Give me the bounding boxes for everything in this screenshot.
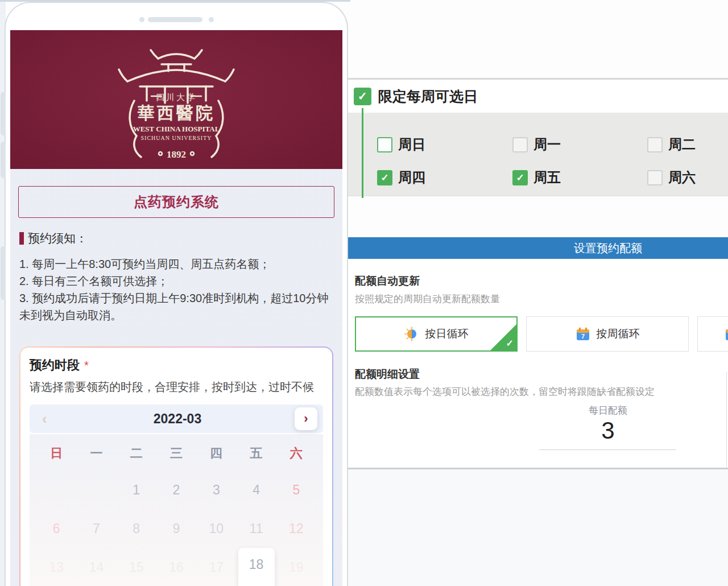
phone-mockup-frame: 四川大学 華西醫院 WEST CHINA HOSPITAL SICHUAN UN… bbox=[5, 2, 348, 586]
notice-section: 预约须知： 1. 每周一上午8:30可预约当周四、周五点药名额； 2. 每日有三… bbox=[19, 230, 333, 324]
calendar-weekday-row: 日 一 二 三 四 五 六 bbox=[36, 436, 316, 471]
phone-side-button bbox=[1, 92, 6, 135]
weekday-limit-title: 限定每周可选日 bbox=[378, 87, 478, 106]
weekday-limit-checkbox[interactable]: ✓ bbox=[354, 88, 371, 105]
cycle-options-row: 按日循环 ✓ 7 按周循环 bbox=[355, 316, 728, 352]
weekday-label: 一 bbox=[76, 436, 116, 471]
phone-camera-dot bbox=[209, 17, 214, 22]
logo-hospital-name: 華西醫院 bbox=[137, 104, 215, 122]
weekday-options-area: 周日 周一 周二 ✓ 周四 ✓ 周五 周六 bbox=[346, 113, 728, 196]
page-bottom-background bbox=[345, 469, 728, 586]
weekday-label: 五 bbox=[236, 436, 276, 471]
date-cell[interactable]: 13 bbox=[36, 548, 76, 586]
cycle-option-label: 按日循环 bbox=[425, 327, 469, 341]
auto-update-hint: 按照规定的周期自动更新配额数量 bbox=[355, 292, 500, 306]
date-cell[interactable]: 6 bbox=[36, 509, 76, 548]
next-month-button[interactable]: › bbox=[295, 407, 317, 430]
field-description: 请选择需要领药的时段，合理安排，按时到达，过时不候 bbox=[30, 378, 323, 395]
calendar-header: ‹ 2022-03 › bbox=[30, 405, 323, 433]
required-asterisk: * bbox=[84, 359, 89, 372]
weekday-limit-header: ✓ 限定每周可选日 bbox=[346, 80, 728, 113]
date-cell[interactable]: 17 bbox=[196, 548, 236, 586]
check-icon: ✓ bbox=[516, 172, 524, 184]
weekday-option-label: 周五 bbox=[533, 168, 561, 187]
weekday-limit-panel: ✓ 限定每周可选日 周日 周一 周二 ✓ 周四 ✓ 周五 周六 bbox=[346, 78, 728, 196]
cycle-option-daily[interactable]: 按日循环 ✓ bbox=[355, 316, 518, 352]
date-cell[interactable]: 1 bbox=[117, 471, 156, 509]
date-cell bbox=[36, 471, 76, 509]
logo-university-small: 四川大学 bbox=[156, 93, 197, 102]
phone-side-button bbox=[1, 142, 6, 178]
date-cell[interactable]: 5 bbox=[276, 471, 316, 509]
check-icon: ✓ bbox=[380, 172, 388, 184]
checkbox-unchecked[interactable] bbox=[377, 137, 392, 152]
calendar-badge-number: 7 bbox=[581, 333, 584, 340]
check-icon: ✓ bbox=[506, 338, 514, 349]
selected-date-card[interactable]: 18 bbox=[238, 548, 275, 586]
weekday-option-label: 周四 bbox=[398, 168, 425, 187]
weekday-option-label: 周二 bbox=[668, 135, 696, 154]
chevron-left-icon: ‹ bbox=[42, 410, 47, 427]
system-title-button[interactable]: 点药预约系统 bbox=[18, 186, 334, 218]
date-cell[interactable]: 3 bbox=[196, 471, 236, 509]
weekday-label: 四 bbox=[196, 436, 236, 471]
checkbox-unchecked[interactable] bbox=[647, 137, 663, 152]
weekday-label: 二 bbox=[117, 436, 156, 471]
phone-camera-dot bbox=[139, 17, 144, 22]
weekday-option-label: 周日 bbox=[398, 135, 425, 154]
weekday-option-sunday[interactable]: 周日 bbox=[377, 137, 425, 152]
quota-detail-hint: 配额数值表示每个选项可以被选择的次数，留空时将跟随缺省配额设定 bbox=[355, 385, 655, 398]
weekday-label: 三 bbox=[156, 436, 196, 471]
tree-connector-line bbox=[362, 108, 363, 198]
date-cell[interactable]: 10 bbox=[196, 509, 236, 548]
time-field-card: 预约时段 * 请选择需要领药的时段，合理安排，按时到达，过时不候 ‹ 2022-… bbox=[19, 346, 333, 586]
phone-screen: 四川大学 華西醫院 WEST CHINA HOSPITAL SICHUAN UN… bbox=[10, 30, 342, 586]
weekday-option-saturday[interactable]: 周六 bbox=[647, 170, 696, 185]
logo-english-line2: SICHUAN UNIVERSITY bbox=[141, 135, 212, 141]
hospital-banner: 四川大学 華西醫院 WEST CHINA HOSPITAL SICHUAN UN… bbox=[10, 30, 342, 169]
daily-quota-input[interactable]: 3 bbox=[489, 417, 727, 444]
cycle-option-weekly[interactable]: 7 按周循环 bbox=[526, 316, 689, 352]
date-cell[interactable]: 15 bbox=[117, 548, 156, 586]
prev-month-button[interactable]: ‹ bbox=[35, 410, 60, 428]
date-cell[interactable]: 11 bbox=[236, 509, 276, 548]
weekday-option-friday[interactable]: ✓ 周五 bbox=[512, 170, 561, 185]
notice-title: 预约须知： bbox=[28, 230, 88, 246]
notice-item: 1. 每周一上午8:30可预约当周四、周五点药名额； bbox=[19, 255, 333, 273]
quota-settings-panel: 设置预约配额 配额自动更新 按照规定的周期自动更新配额数量 按日循环 ✓ bbox=[346, 237, 728, 469]
checkbox-checked[interactable]: ✓ bbox=[377, 170, 392, 185]
date-cell[interactable]: 12 bbox=[276, 509, 316, 548]
selected-date-cell[interactable]: 18 bbox=[236, 548, 276, 586]
date-cell[interactable]: 16 bbox=[156, 548, 196, 586]
calendar-week-row: 13 14 15 16 17 18 19 bbox=[36, 548, 316, 586]
date-cell[interactable]: 7 bbox=[76, 509, 116, 548]
date-cell[interactable]: 8 bbox=[117, 509, 156, 548]
cycle-option-label: 按周循环 bbox=[597, 327, 640, 341]
notice-item: 2. 每日有三个名额可供选择； bbox=[19, 273, 333, 290]
date-cell[interactable]: 2 bbox=[156, 471, 196, 509]
daily-quota-column-label: 每日配额 bbox=[489, 404, 727, 417]
weekday-option-tuesday[interactable]: 周二 bbox=[647, 137, 696, 152]
date-cell[interactable]: 19 bbox=[276, 548, 316, 586]
date-cell[interactable]: 9 bbox=[156, 509, 196, 548]
checkbox-checked[interactable]: ✓ bbox=[512, 170, 528, 185]
weekday-option-thursday[interactable]: ✓ 周四 bbox=[377, 170, 425, 185]
date-cell[interactable]: 14 bbox=[76, 548, 116, 586]
calendar-week-row: 6 7 8 9 10 11 12 bbox=[36, 509, 316, 548]
chevron-right-icon: › bbox=[304, 411, 308, 426]
checkbox-unchecked[interactable] bbox=[512, 137, 528, 152]
calendar-body: 日 一 二 三 四 五 六 1 2 3 4 bbox=[30, 434, 323, 586]
hospital-logo: 四川大学 華西醫院 WEST CHINA HOSPITAL SICHUAN UN… bbox=[110, 34, 242, 166]
checkbox-unchecked[interactable] bbox=[647, 170, 663, 185]
weekday-option-label: 周一 bbox=[533, 135, 561, 154]
calendar-month-title: 2022-03 bbox=[60, 411, 295, 427]
logo-english-line1: WEST CHINA HOSPITAL bbox=[133, 125, 220, 133]
weekday-option-label: 周六 bbox=[668, 168, 696, 187]
weekday-label: 日 bbox=[36, 436, 76, 471]
quota-panel-title: 设置预约配额 bbox=[346, 237, 728, 259]
date-cell[interactable]: 4 bbox=[236, 471, 276, 509]
sun-icon bbox=[404, 327, 419, 341]
cycle-option-partial[interactable] bbox=[697, 316, 728, 352]
weekday-option-monday[interactable]: 周一 bbox=[512, 137, 561, 152]
daily-quota-input-underline bbox=[539, 449, 676, 450]
